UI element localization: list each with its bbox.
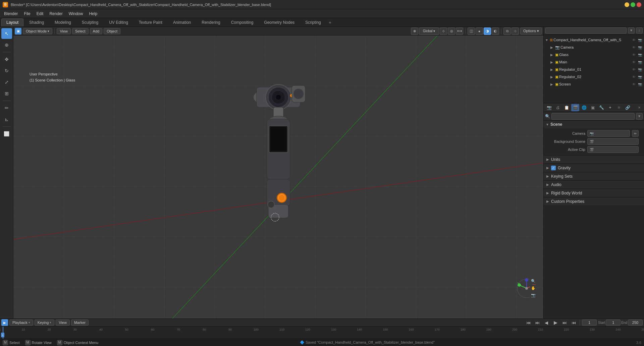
keying-sets-header[interactable]: ▶ Keying Sets: [544, 172, 644, 180]
timeline-editor-icon[interactable]: ▶: [1, 319, 8, 326]
view-menu[interactable]: View: [56, 320, 70, 326]
prop-tab-scene[interactable]: 🎬: [571, 104, 579, 111]
viewport-add-menu[interactable]: Add: [90, 28, 103, 34]
viewport-select-menu[interactable]: Select: [72, 28, 89, 34]
scene-section-header[interactable]: ▼ Scene: [544, 121, 644, 128]
current-frame-input[interactable]: 1: [582, 320, 597, 326]
transform-pivot-button[interactable]: ⊕: [411, 27, 418, 35]
keyframe-indicator[interactable]: 1: [1, 333, 4, 337]
solid-shading[interactable]: ●: [476, 27, 483, 35]
glass-vis-eye[interactable]: 👁: [631, 52, 637, 57]
camera-vis-render[interactable]: 📷: [637, 45, 643, 50]
collection-item-reg01[interactable]: ▶ ▣ Regulator_01 👁 📷: [544, 66, 644, 73]
collection-item-reg02[interactable]: ▶ ▣ Regulator_02 👁 📷: [544, 73, 644, 80]
collection-item-screen[interactable]: ▶ ▣ Screen 👁 📷: [544, 80, 644, 88]
prop-tab-view-layer[interactable]: 📋: [562, 104, 571, 111]
move-tool[interactable]: ✥: [1, 54, 12, 65]
camera-vis-eye[interactable]: 👁: [631, 45, 637, 50]
root-vis-render[interactable]: 📷: [637, 37, 643, 43]
tab-scripting[interactable]: Scripting: [300, 18, 326, 26]
tab-modeling[interactable]: Modeling: [50, 18, 76, 26]
rendered-shading[interactable]: ◐: [492, 27, 499, 35]
close-button[interactable]: [637, 2, 641, 7]
jump-to-start-button[interactable]: ⏮: [524, 319, 532, 326]
tab-rendering[interactable]: Rendering: [197, 18, 225, 26]
tab-layout[interactable]: Layout: [1, 18, 23, 26]
main-vis-render[interactable]: 📷: [637, 59, 643, 65]
tab-sculpting[interactable]: Sculpting: [77, 18, 103, 26]
marker-menu[interactable]: Marker: [71, 320, 89, 326]
frame-end-input[interactable]: 250: [628, 320, 643, 326]
frame-start-input[interactable]: 1: [606, 320, 621, 326]
prop-search-input[interactable]: [551, 113, 635, 120]
minimize-button[interactable]: [625, 2, 629, 7]
keying-menu[interactable]: Keying ▾: [35, 320, 55, 326]
menu-file[interactable]: File: [21, 10, 33, 17]
select-tool[interactable]: ↖: [1, 28, 12, 39]
collection-item-glass[interactable]: ▶ ▣ Glass 👁 📷: [544, 51, 644, 58]
window-controls[interactable]: [625, 2, 641, 7]
add-cube-tool[interactable]: ⬜: [1, 128, 12, 139]
tab-texture-paint[interactable]: Texture Paint: [134, 18, 167, 26]
editor-type-icon[interactable]: ▣: [15, 28, 21, 35]
prop-tab-world[interactable]: 🌐: [580, 104, 588, 111]
next-keyframe-button[interactable]: ⏭: [560, 319, 569, 326]
main-vis-eye[interactable]: 👁: [631, 59, 637, 65]
cursor-tool[interactable]: ⊕: [1, 40, 12, 50]
prop-tab-object[interactable]: ▣: [589, 104, 597, 111]
play-button[interactable]: ▶: [551, 319, 559, 326]
prop-tab-particles[interactable]: ✦: [606, 104, 614, 111]
gravity-checkbox[interactable]: ✓: [551, 166, 556, 170]
jump-to-end-button[interactable]: ⏮: [570, 319, 578, 326]
audio-section-header[interactable]: ▶ Audio: [544, 180, 644, 188]
overlays-button[interactable]: ⧉: [503, 27, 511, 35]
prop-filter-button[interactable]: ▼: [636, 113, 643, 120]
measure-tool[interactable]: ⊾: [1, 114, 12, 125]
prop-tab-physics[interactable]: ⚛: [615, 104, 623, 111]
play-reverse-button[interactable]: ◀: [542, 319, 550, 326]
annotate-tool[interactable]: ✏: [1, 103, 12, 113]
outliner-sort[interactable]: ↕: [636, 27, 643, 34]
collection-item-root[interactable]: ▼ ⊞ Compact_Handheld_Camera_Off_with_S 👁…: [544, 36, 644, 44]
tab-uv-editing[interactable]: UV Editing: [104, 18, 133, 26]
reg02-vis-render[interactable]: 📷: [637, 74, 643, 79]
zoom-in-button[interactable]: 🔍: [530, 278, 537, 284]
reg01-vis-render[interactable]: 📷: [637, 67, 643, 72]
menu-render[interactable]: Render: [47, 10, 65, 17]
snap-settings-button[interactable]: ⟷: [456, 27, 463, 35]
menu-edit[interactable]: Edit: [34, 10, 46, 17]
gizmos-button[interactable]: ⊹: [512, 27, 519, 35]
maximize-button[interactable]: [631, 2, 635, 7]
tab-compositing[interactable]: Compositing: [226, 18, 259, 26]
screen-vis-eye[interactable]: 👁: [631, 81, 637, 87]
viewport-3d[interactable]: User Perspective (1) Scene Collection | …: [13, 36, 543, 319]
wireframe-shading[interactable]: ◫: [468, 27, 475, 35]
options-button[interactable]: Options ▾: [520, 27, 542, 35]
add-workspace-button[interactable]: +: [327, 19, 333, 26]
reg01-vis-eye[interactable]: 👁: [631, 67, 637, 72]
prop-tab-output[interactable]: 🖨: [554, 104, 562, 111]
rotate-tool[interactable]: ↻: [1, 65, 12, 76]
custom-props-header[interactable]: ▶ Custom Properties: [544, 197, 644, 205]
viewport-view-menu[interactable]: View: [57, 28, 71, 34]
prop-close-button[interactable]: ×: [636, 104, 643, 111]
bg-scene-value[interactable]: 🎬: [587, 138, 639, 145]
prop-tab-modifier[interactable]: 🔧: [597, 104, 605, 111]
menu-blender[interactable]: Blender: [1, 10, 20, 17]
root-vis-eye[interactable]: 👁: [631, 37, 637, 43]
transform-tool[interactable]: ⊞: [1, 88, 12, 99]
tab-shading[interactable]: Shading: [24, 18, 49, 26]
transform-global-selector[interactable]: Global ▾: [419, 27, 439, 35]
prop-tab-render[interactable]: 📷: [545, 104, 553, 111]
prop-tab-constraints[interactable]: 🔗: [624, 104, 632, 111]
proportional-edit-button[interactable]: ◎: [448, 27, 455, 35]
active-clip-value[interactable]: 🎬: [587, 146, 639, 153]
snap-button[interactable]: ⊹: [440, 27, 447, 35]
collection-item-main[interactable]: ▶ ▣ Main 👁 📷: [544, 58, 644, 66]
reg02-vis-eye[interactable]: 👁: [631, 74, 637, 79]
collection-item-camera[interactable]: ▶ 📷 Camera 👁 📷: [544, 44, 644, 51]
outliner-search-input[interactable]: [545, 27, 627, 34]
object-mode-selector[interactable]: Object Mode: [23, 28, 52, 34]
camera-prop-value[interactable]: 📷: [587, 130, 630, 137]
screen-vis-render[interactable]: 📷: [637, 81, 643, 87]
